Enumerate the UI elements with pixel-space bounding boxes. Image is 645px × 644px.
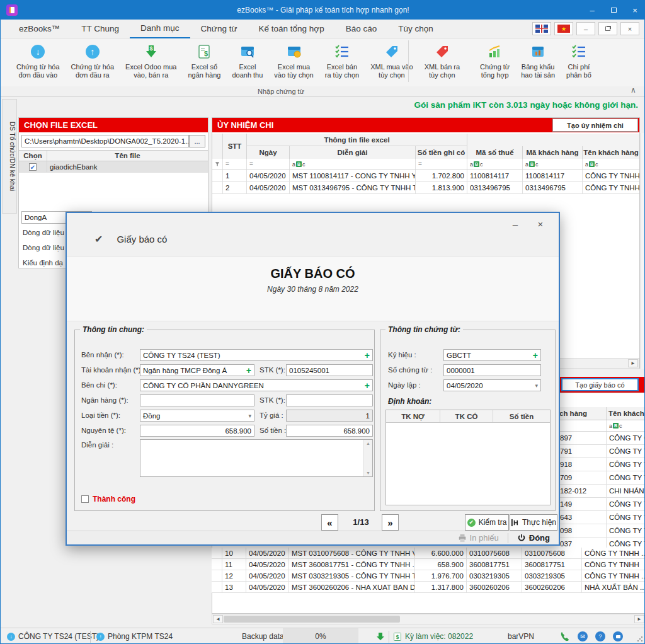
filter-ma-kh[interactable]: aBc	[523, 159, 583, 170]
so-tien-input[interactable]: 658.900	[286, 425, 373, 437]
stk-nhan-input[interactable]: 0105245001	[286, 364, 373, 376]
filter-dien-giai[interactable]: aBc	[290, 159, 416, 170]
language-english-button[interactable]	[532, 22, 551, 35]
toolbar-item-excel-mua-vao[interactable]: Excel muavào tùy chọn	[268, 38, 319, 86]
ngan-hang-input[interactable]	[140, 394, 254, 406]
column-header-ma-kh-partial[interactable]: ch hàng	[557, 407, 607, 420]
in-phieu-button[interactable]: In phiếu	[458, 533, 499, 543]
language-vietnamese-button[interactable]: ★	[554, 22, 573, 35]
toolbar-item-excel-so-ngan-hang[interactable]: $ Excel sổngân hàng	[182, 38, 226, 86]
filter-stt[interactable]: =	[223, 159, 247, 170]
table-row[interactable]: 1 04/05/2020 MST 1100814117 - CONG TY TN…	[212, 170, 639, 182]
table-row[interactable]: 2 04/05/2020 MST 0313496795 - CÔNG TY TN…	[212, 182, 639, 194]
toolbar-item-excel-ban-ra[interactable]: Excel bánra tùy chọn	[319, 38, 365, 86]
ribbon-restore-button[interactable]	[598, 22, 617, 35]
table-row[interactable]: 918 CÔNG TY TNHH S	[557, 458, 645, 471]
table-row[interactable]: 791 CÔNG TY TNHH .	[557, 445, 645, 458]
column-header-dien-giai[interactable]: Diễn giải	[290, 146, 416, 159]
pager-prev-button[interactable]: «	[321, 514, 338, 531]
scroll-up-icon[interactable]: ▲	[366, 441, 370, 446]
column-header-ten-kh[interactable]: Tên khách hàng	[607, 407, 645, 420]
column-header-so-tien[interactable]: Số tiền ghi có	[416, 146, 467, 159]
ribbon-close-button[interactable]: ×	[620, 22, 639, 35]
dialog-close-button[interactable]: ×	[534, 218, 547, 229]
main-horizontal-scrollbar[interactable]: ◄ ►	[212, 614, 645, 624]
create-gbc-button[interactable]: Tạo giấy báo có	[561, 378, 639, 391]
pager-next-button[interactable]: »	[382, 514, 399, 531]
toolbar-item-excel-doanh-thu[interactable]: Exceldoanh thu	[226, 38, 268, 86]
loai-tien-combo[interactable]: Đồng▾	[140, 410, 254, 422]
chat-icon[interactable]	[613, 631, 623, 641]
file-path-input[interactable]: C:\Users\phamtn\Desktop\DONGA002_T5.2020…	[21, 135, 189, 147]
kiem-tra-button[interactable]: ✔ Kiểm tra	[465, 514, 509, 531]
scroll-down-icon[interactable]: ▼	[366, 471, 370, 475]
column-header-ma-kh[interactable]: Mã khách hàng	[523, 146, 583, 159]
tai-khoan-nhan-input[interactable]: Ngân hàng TMCP Đông Á+	[140, 364, 254, 376]
ribbon-minimize-button[interactable]: –	[576, 22, 595, 35]
column-header-so-tien[interactable]: Số tiền	[493, 410, 550, 422]
column-header-mst[interactable]: Mã số thuế	[467, 146, 523, 159]
filter-mst[interactable]: aBc	[467, 159, 523, 170]
dien-giai-textarea[interactable]: ▲▼	[140, 439, 373, 477]
file-row[interactable]: ✔ giaodichEbank	[19, 161, 208, 173]
column-header-tk-co[interactable]: TK CÓ	[440, 410, 493, 422]
table-row[interactable]: 10 04/05/2020 MST 0310075608 - CÔNG TY T…	[212, 548, 645, 559]
table-row[interactable]: 098 CÔNG TY TNHH .	[557, 524, 645, 538]
table-row[interactable]: 11 04/05/2020 MST 3600817751 - CÔNG TY T…	[212, 559, 645, 570]
add-icon[interactable]: +	[365, 381, 370, 391]
add-icon[interactable]: +	[246, 365, 251, 376]
toolbar-item-chi-phi-phan-bo[interactable]: Chi phíphân bổ	[561, 38, 597, 86]
chevron-up-icon[interactable]: ∧	[631, 86, 636, 95]
column-header-stt[interactable]: STT	[223, 134, 247, 159]
scroll-right-icon[interactable]: ►	[628, 359, 638, 367]
column-header-tk-no[interactable]: TK NỢ	[386, 410, 440, 422]
ngay-lap-combo[interactable]: 04/05/2020▾	[443, 379, 541, 391]
toolbar-item-chungtu-dau-ra[interactable]: ↑ Chứng từ hóađơn đầu ra	[66, 38, 120, 86]
menu-item[interactable]: Báo cáo	[335, 20, 388, 38]
menu-item[interactable]: ezBooks™	[8, 20, 71, 38]
nguyen-te-input[interactable]: 658.900	[140, 425, 254, 437]
resize-grip[interactable]	[637, 636, 643, 642]
sidebar-tab-ds-to-chuc[interactable]: DS Tổ chức/DN kê khai	[2, 99, 17, 214]
ben-chi-input[interactable]: CÔNG TY CỔ PHẦN DANNYGREEN+	[140, 379, 373, 391]
add-icon[interactable]: +	[533, 350, 538, 360]
scroll-right-icon[interactable]: ►	[634, 615, 644, 623]
toolbar-item-chungtu-tong-hop[interactable]: Chứng từtổng hợp	[474, 38, 515, 86]
add-icon[interactable]: +	[365, 350, 370, 360]
phone-icon[interactable]	[560, 631, 570, 641]
table-row[interactable]: 12 04/05/2020 MST 0303219305 - CÔNG TY T…	[212, 570, 645, 582]
menu-item[interactable]: Tùy chọn	[387, 20, 444, 38]
menu-item[interactable]: Danh mục	[130, 20, 190, 38]
help-icon[interactable]: ?	[595, 631, 605, 641]
toolbar-item-excel-odoo[interactable]: $ Excel Odoo muavào, bán ra	[120, 38, 182, 86]
ky-hieu-input[interactable]: GBCTT+	[443, 349, 541, 361]
table-row[interactable]: 709 CÔNG TY TNHH 1	[557, 471, 645, 485]
dialog-minimize-button[interactable]: –	[508, 218, 522, 229]
filter-ngay[interactable]: =	[247, 159, 290, 170]
ben-nhan-input[interactable]: CÔNG TY TS24 (TEST)+	[140, 349, 373, 361]
menu-item[interactable]: Kế toán tổng hợp	[248, 20, 334, 38]
filter-so-tien[interactable]: =	[416, 159, 467, 170]
filter-ten-kh[interactable]: aBc	[583, 159, 639, 170]
filter-ten-kh[interactable]: aBc	[607, 420, 645, 431]
column-header-ngay[interactable]: Ngày	[247, 146, 290, 159]
thuc-hien-button[interactable]: Thực hiện	[510, 514, 557, 531]
so-chung-tu-input[interactable]: 0000001	[443, 364, 541, 376]
scrollbar-thumb[interactable]	[224, 616, 400, 623]
thanh-cong-checkbox[interactable]	[81, 495, 89, 503]
menu-item[interactable]: TT Chung	[71, 20, 130, 38]
table-row[interactable]: 182-012 CHI NHÁNH 12 -	[557, 485, 645, 498]
stk-chi-input[interactable]	[286, 394, 373, 406]
file-checkbox[interactable]: ✔	[29, 163, 37, 171]
dong-button[interactable]: Đóng	[517, 533, 550, 543]
mail-icon[interactable]: ✉	[578, 631, 588, 641]
toolbar-item-chungtu-dau-vao[interactable]: ↓ Chứng từ hóađơn đầu vào	[11, 38, 66, 86]
table-row[interactable]: 13 04/05/2020 MST 3600260206 - NHA XUAT …	[212, 582, 645, 593]
unc-vertical-scrollbar[interactable]	[641, 133, 645, 369]
browse-button[interactable]: ...	[189, 135, 205, 147]
scroll-left-icon[interactable]: ◄	[213, 615, 223, 623]
create-unc-button[interactable]: Tạo ủy nhiệm chi	[552, 118, 638, 132]
table-row[interactable]: 897 CÔNG TY CỔ PH.	[557, 432, 645, 445]
toolbar-item-xml-ban-ra[interactable]: XML bán ratùy chọn	[419, 38, 465, 86]
filter-funnel-icon[interactable]	[212, 159, 223, 170]
